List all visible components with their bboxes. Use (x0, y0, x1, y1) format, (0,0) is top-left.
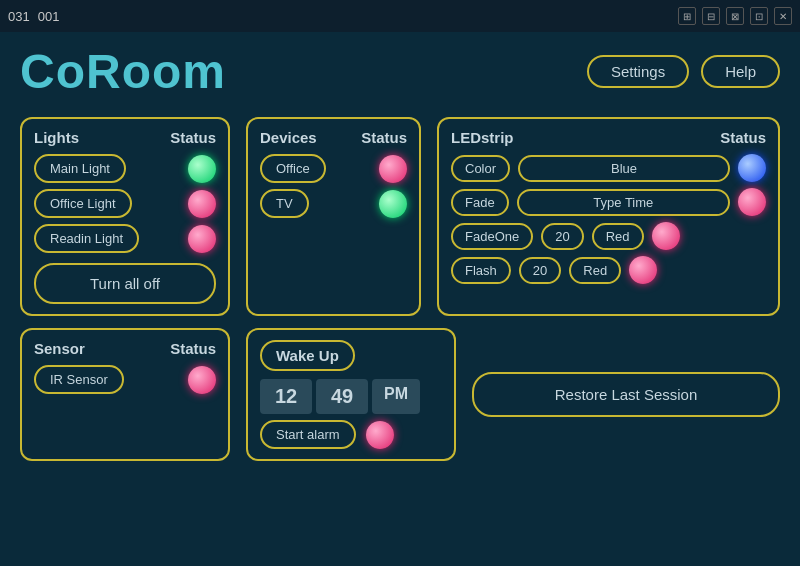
led-status-label: Status (720, 129, 766, 146)
devices-panel-header: Devices Status (260, 129, 407, 146)
office-device-row: Office (260, 154, 407, 183)
wakeup-panel-header: Wake Up (260, 340, 442, 371)
time-display: 12 49 PM (260, 379, 442, 414)
app-title: CoRoom (20, 44, 226, 99)
header-row: CoRoom Settings Help (20, 44, 780, 99)
main-light-row: Main Light (34, 154, 216, 183)
led-fadeone-row: FadeOne 20 Red (451, 222, 766, 250)
turn-all-off-button[interactable]: Turn all off (34, 263, 216, 304)
led-fade-row: Fade Type Time (451, 188, 766, 216)
led-fadeone-color-button[interactable]: Red (592, 223, 644, 250)
start-alarm-row: Start alarm (260, 420, 442, 449)
wakeup-panel: Wake Up 12 49 PM Start alarm (246, 328, 456, 461)
tv-device-button[interactable]: TV (260, 189, 309, 218)
ir-sensor-row: IR Sensor (34, 365, 216, 394)
time-ampm[interactable]: PM (372, 379, 420, 414)
tv-device-row: TV (260, 189, 407, 218)
sensor-label: Sensor (34, 340, 85, 357)
restore-last-session-button[interactable]: Restore Last Session (472, 372, 780, 417)
office-light-row: Office Light (34, 189, 216, 218)
devices-panel: Devices Status Office TV (246, 117, 421, 316)
lights-status-label: Status (170, 129, 216, 146)
led-color-value-button[interactable]: Blue (518, 155, 730, 182)
led-flash-button[interactable]: Flash (451, 257, 511, 284)
sensor-status-label: Status (170, 340, 216, 357)
titlebar-counters: 031 001 (8, 9, 59, 24)
bottom-row: Sensor Status IR Sensor Wake Up 12 49 PM… (20, 328, 780, 461)
lights-panel-header: Lights Status (34, 129, 216, 146)
led-flash-num-button[interactable]: 20 (519, 257, 561, 284)
counter1: 031 (8, 9, 30, 24)
led-label: LEDstrip (451, 129, 514, 146)
readin-light-row: Readin Light (34, 224, 216, 253)
tv-device-dot (379, 190, 407, 218)
tb-icon-4[interactable]: ⊡ (750, 7, 768, 25)
lights-panel: Lights Status Main Light Office Light Re… (20, 117, 230, 316)
led-color-dot (738, 154, 766, 182)
readin-light-dot (188, 225, 216, 253)
tb-icon-2[interactable]: ⊟ (702, 7, 720, 25)
tb-icon-3[interactable]: ⊠ (726, 7, 744, 25)
led-fadeone-dot (652, 222, 680, 250)
ir-sensor-dot (188, 366, 216, 394)
led-color-button[interactable]: Color (451, 155, 510, 182)
led-grid: Color Blue Fade Type Time FadeOne 20 Red (451, 154, 766, 284)
led-flash-dot (629, 256, 657, 284)
titlebar: 031 001 ⊞ ⊟ ⊠ ⊡ ✕ (0, 0, 800, 32)
sensor-panel-header: Sensor Status (34, 340, 216, 357)
header-buttons: Settings Help (587, 55, 780, 88)
start-alarm-button[interactable]: Start alarm (260, 420, 356, 449)
tb-icon-5[interactable]: ✕ (774, 7, 792, 25)
sensor-panel: Sensor Status IR Sensor (20, 328, 230, 461)
main-content: CoRoom Settings Help Lights Status Main … (0, 32, 800, 473)
help-button[interactable]: Help (701, 55, 780, 88)
time-hour[interactable]: 12 (260, 379, 312, 414)
settings-button[interactable]: Settings (587, 55, 689, 88)
time-minute[interactable]: 49 (316, 379, 368, 414)
main-light-dot (188, 155, 216, 183)
titlebar-icons: ⊞ ⊟ ⊠ ⊡ ✕ (678, 7, 792, 25)
led-flash-row: Flash 20 Red (451, 256, 766, 284)
led-fadeone-button[interactable]: FadeOne (451, 223, 533, 250)
led-fadeone-num-button[interactable]: 20 (541, 223, 583, 250)
led-fade-value-button[interactable]: Type Time (517, 189, 730, 216)
ir-sensor-button[interactable]: IR Sensor (34, 365, 124, 394)
tb-icon-1[interactable]: ⊞ (678, 7, 696, 25)
office-device-button[interactable]: Office (260, 154, 326, 183)
wakeup-label-button[interactable]: Wake Up (260, 340, 355, 371)
panels-row: Lights Status Main Light Office Light Re… (20, 117, 780, 316)
led-flash-color-button[interactable]: Red (569, 257, 621, 284)
devices-status-label: Status (361, 129, 407, 146)
office-light-dot (188, 190, 216, 218)
restore-panel: Restore Last Session (472, 328, 780, 461)
led-panel-header: LEDstrip Status (451, 129, 766, 146)
led-fade-button[interactable]: Fade (451, 189, 509, 216)
lights-label: Lights (34, 129, 79, 146)
readin-light-button[interactable]: Readin Light (34, 224, 139, 253)
led-panel: LEDstrip Status Color Blue Fade Type Tim… (437, 117, 780, 316)
main-light-button[interactable]: Main Light (34, 154, 126, 183)
led-color-row: Color Blue (451, 154, 766, 182)
led-fade-dot (738, 188, 766, 216)
devices-label: Devices (260, 129, 317, 146)
office-device-dot (379, 155, 407, 183)
counter2: 001 (38, 9, 60, 24)
start-alarm-dot (366, 421, 394, 449)
office-light-button[interactable]: Office Light (34, 189, 132, 218)
